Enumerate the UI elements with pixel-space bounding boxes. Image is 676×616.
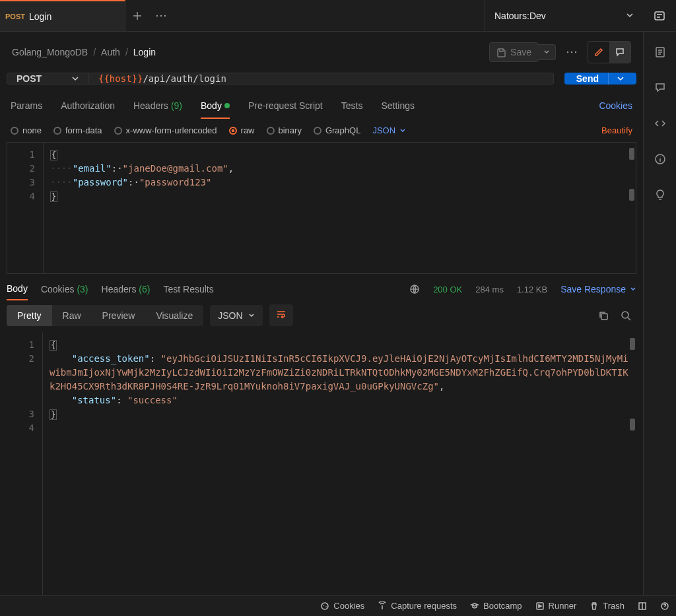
new-tab-button[interactable] — [132, 11, 143, 21]
svg-point-9 — [622, 312, 628, 318]
body-type-raw[interactable]: raw — [229, 125, 255, 135]
right-rail — [643, 32, 676, 595]
search-response-button[interactable] — [621, 310, 631, 321]
comments-icon[interactable] — [654, 82, 666, 94]
more-actions-button[interactable] — [566, 51, 577, 53]
save-response-button[interactable]: Save Response — [560, 284, 636, 294]
save-dropdown[interactable] — [538, 44, 556, 60]
view-mode-toggle — [588, 41, 631, 63]
tab-headers[interactable]: Headers (9) — [133, 100, 182, 111]
graduation-icon — [470, 601, 479, 611]
view-visualize[interactable]: Visualize — [145, 305, 203, 326]
tab-method: POST — [5, 13, 25, 20]
environment-name: Natours:Dev — [494, 11, 546, 21]
wrap-lines-button[interactable] — [269, 304, 293, 326]
footer-trash[interactable]: Trash — [590, 601, 625, 611]
copy-response-button[interactable] — [598, 310, 609, 321]
beautify-button[interactable]: Beautify — [601, 125, 632, 135]
response-language-label: JSON — [218, 310, 242, 321]
footer-help-button[interactable] — [660, 601, 669, 611]
status-bar: Cookies Capture requests Bootcamp Runner… — [0, 595, 676, 616]
crumb-sep: / — [93, 47, 96, 57]
svg-point-2 — [164, 15, 166, 16]
tab-active[interactable]: POST Login — [0, 0, 125, 31]
comment-mode-button[interactable] — [609, 42, 630, 63]
chevron-down-icon — [626, 11, 634, 21]
globe-icon[interactable] — [409, 284, 420, 294]
send-button[interactable]: Send — [564, 73, 636, 85]
scrollbar-thumb[interactable] — [630, 419, 635, 430]
svg-point-4 — [567, 51, 568, 53]
crumb-request: Login — [133, 47, 156, 57]
crumb-collection[interactable]: Golang_MongoDB — [12, 47, 88, 57]
tab-tests[interactable]: Tests — [341, 100, 363, 111]
response-view-segment: Pretty Raw Preview Visualize — [7, 305, 203, 326]
save-button[interactable]: Save — [489, 42, 539, 62]
body-type-binary[interactable]: binary — [267, 125, 302, 135]
code-icon[interactable] — [654, 118, 666, 129]
documentation-icon[interactable] — [654, 46, 666, 58]
view-preview[interactable]: Preview — [92, 305, 146, 326]
body-type-none[interactable]: none — [11, 125, 42, 135]
more-tabs-button[interactable] — [156, 15, 166, 17]
response-status: 200 OK — [433, 285, 462, 294]
tab-authorization[interactable]: Authorization — [61, 100, 115, 111]
tab-bar: POST Login Natours:Dev — [0, 0, 676, 32]
resp-tab-body[interactable]: Body — [7, 283, 28, 300]
environment-quicklook-button[interactable] — [643, 0, 676, 31]
environment-selector[interactable]: Natours:Dev — [485, 0, 643, 31]
footer-runner[interactable]: Runner — [535, 601, 577, 611]
response-language-select[interactable]: JSON — [210, 305, 262, 326]
info-icon[interactable] — [654, 153, 666, 165]
trash-icon — [590, 601, 599, 611]
tab-params[interactable]: Params — [11, 100, 42, 111]
lightbulb-icon[interactable] — [654, 189, 666, 201]
tab-settings[interactable]: Settings — [381, 100, 415, 111]
view-raw[interactable]: Raw — [52, 305, 92, 326]
editor-code[interactable]: { ····"email":·"janeDoe@gmail.com", ····… — [44, 143, 240, 273]
editor-code: { "access_token": "eyJhbGciOiJSUzI1NiIsI… — [43, 333, 636, 595]
footer-layout-button[interactable] — [638, 601, 647, 611]
crumb-folder[interactable]: Auth — [101, 47, 120, 57]
send-dropdown[interactable] — [608, 73, 625, 85]
url-input[interactable]: {{host}}/api/auth/login — [89, 73, 554, 85]
chevron-down-icon — [248, 312, 255, 319]
edit-mode-button[interactable] — [588, 42, 609, 63]
request-tabs: Params Authorization Headers (9) Body Pr… — [0, 92, 643, 119]
body-type-row: none form-data x-www-form-urlencoded raw… — [0, 119, 643, 142]
body-type-xform[interactable]: x-www-form-urlencoded — [114, 125, 217, 135]
footer-bootcamp[interactable]: Bootcamp — [470, 601, 522, 611]
footer-capture[interactable]: Capture requests — [378, 601, 457, 611]
svg-point-13 — [323, 605, 325, 606]
body-type-graphql[interactable]: GraphQL — [314, 125, 360, 135]
response-body-editor[interactable]: 1 2 3 4 { "access_token": "eyJhbGciOiJSU… — [7, 333, 636, 595]
svg-point-14 — [326, 606, 327, 607]
resp-tab-tests[interactable]: Test Results — [163, 284, 213, 294]
play-icon — [535, 601, 545, 611]
raw-language-select[interactable]: JSON — [372, 125, 406, 135]
request-body-editor[interactable]: 1 2 3 4 { ····"email":·"janeDoe@gmail.co… — [7, 142, 636, 274]
svg-point-5 — [571, 51, 572, 53]
scrollbar-thumb[interactable] — [629, 189, 634, 201]
http-method-label: POST — [17, 73, 42, 84]
scrollbar-thumb[interactable] — [629, 148, 634, 160]
resp-tab-headers[interactable]: Headers (6) — [102, 284, 151, 294]
svg-point-1 — [160, 15, 162, 16]
footer-cookies[interactable]: Cookies — [320, 601, 364, 611]
headers-count: (9) — [171, 100, 182, 111]
tab-title: Login — [29, 11, 51, 22]
tab-body[interactable]: Body — [201, 100, 230, 119]
cookies-link[interactable]: Cookies — [599, 100, 632, 111]
tab-body-label: Body — [201, 100, 222, 111]
response-time: 284 ms — [475, 285, 504, 294]
scrollbar-thumb[interactable] — [630, 338, 635, 350]
chevron-down-icon — [630, 286, 636, 292]
resp-tab-cookies[interactable]: Cookies (3) — [41, 284, 88, 294]
http-method-select[interactable]: POST — [7, 73, 89, 85]
tab-prerequest[interactable]: Pre-request Script — [248, 100, 323, 111]
response-view-row: Pretty Raw Preview Visualize JSON — [0, 300, 643, 330]
view-pretty[interactable]: Pretty — [7, 305, 52, 326]
response-tabs-row: Body Cookies (3) Headers (6) Test Result… — [0, 274, 643, 300]
body-type-formdata[interactable]: form-data — [53, 125, 102, 135]
header-actions: Save — [489, 41, 631, 63]
